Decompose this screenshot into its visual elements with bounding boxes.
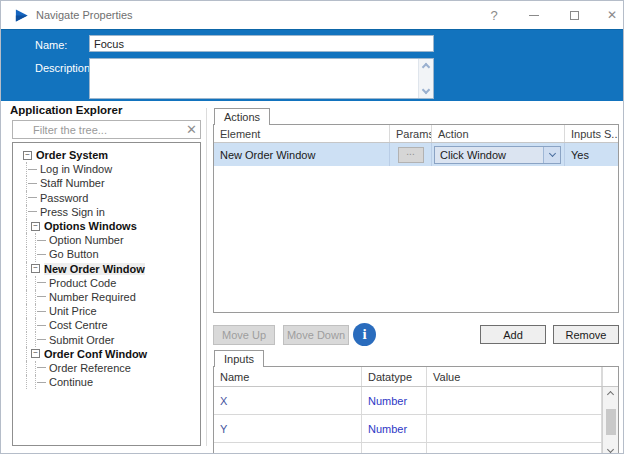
title-bar: Navigate Properties ? ✕ — [1, 1, 623, 29]
params-ellipsis-button[interactable]: ... — [398, 147, 424, 163]
scrollbar-thumb[interactable] — [606, 409, 616, 435]
action-element-cell: New Order Window — [214, 143, 390, 166]
input-name-cell: Y — [214, 415, 362, 442]
action-dropdown[interactable]: Click Window — [434, 146, 561, 164]
column-header-action: Action — [432, 125, 565, 142]
tree-connector — [37, 240, 46, 241]
panel-splitter[interactable] — [206, 108, 207, 446]
input-value-cell[interactable] — [427, 443, 602, 454]
tree-guide-line — [26, 162, 27, 176]
minimize-glyph — [529, 15, 539, 16]
tree-item[interactable]: Option Number — [13, 233, 200, 247]
tree-item[interactable]: Unit Price — [13, 304, 200, 318]
tree-guide-line — [26, 361, 27, 375]
tab-actions[interactable]: Actions — [214, 108, 270, 125]
tree-item[interactable]: −Order System — [13, 148, 200, 162]
chevron-down-icon[interactable] — [543, 147, 560, 163]
inputs-scrollbar[interactable] — [602, 387, 618, 454]
tab-inputs[interactable]: Inputs — [214, 350, 264, 367]
actions-table-header: Element Params Action Inputs S... — [214, 125, 618, 143]
tree-connector — [28, 183, 37, 184]
tree-item-label: Log in Window — [40, 163, 112, 175]
input-value-cell[interactable] — [427, 415, 602, 442]
tree-item-label: Cost Centre — [49, 319, 108, 331]
application-explorer-tree: −Order SystemLog in WindowStaff NumberPa… — [12, 142, 201, 446]
scroll-up-icon[interactable] — [422, 63, 430, 71]
scroll-up-icon[interactable] — [607, 391, 614, 398]
actions-table-row[interactable]: New Order Window...Click WindowYes — [214, 143, 618, 166]
tree-guide-line — [26, 262, 27, 276]
tree-item[interactable]: Password — [13, 191, 200, 205]
tree-item-label: Order System — [36, 149, 108, 161]
close-icon[interactable]: ✕ — [597, 5, 624, 25]
tree-connector — [37, 325, 46, 326]
tree-item-label: Continue — [49, 376, 93, 388]
tree-item[interactable]: Order Reference — [13, 361, 200, 375]
tree-guide-line — [35, 247, 36, 261]
description-scrollbar[interactable] — [418, 59, 433, 98]
tree-item-label: Number Required — [49, 291, 136, 303]
tree-item[interactable]: Cost Centre — [13, 318, 200, 332]
maximize-icon[interactable] — [559, 5, 589, 25]
inputs-set-cell: Yes — [565, 143, 618, 166]
tree-item[interactable]: −Options Windows — [13, 219, 200, 233]
tree-guide-line — [26, 191, 27, 205]
tree-guide-line — [26, 304, 27, 318]
remove-button[interactable]: Remove — [553, 325, 619, 344]
tree-guide-line — [26, 233, 27, 247]
tree-item-label: Order Reference — [49, 362, 131, 374]
info-icon[interactable]: i — [353, 323, 376, 346]
tree-item[interactable]: −Order Conf Window — [13, 347, 200, 361]
action-dropdown-value: Click Window — [435, 149, 506, 161]
collapse-icon[interactable]: − — [31, 222, 40, 231]
tree-filter-input[interactable] — [13, 121, 181, 138]
inputs-table-row[interactable]: Mouse ButtonText — [214, 443, 618, 454]
tree-guide-line — [26, 205, 27, 219]
tree-item[interactable]: Submit Order — [13, 332, 200, 346]
tree-item[interactable]: Product Code — [13, 276, 200, 290]
tree-guide-line — [35, 318, 36, 332]
tree-item[interactable]: −New Order Window — [13, 262, 200, 276]
inputs-table-row[interactable]: XNumber — [214, 387, 618, 415]
tree-connector — [37, 382, 46, 383]
inputs-table-row[interactable]: YNumber — [214, 415, 618, 443]
tree-item[interactable]: Log in Window — [13, 162, 200, 176]
tree-item-label: New Order Window — [44, 263, 145, 275]
tree-item[interactable]: Number Required — [13, 290, 200, 304]
tree-item[interactable]: Go Button — [13, 247, 200, 261]
description-textarea[interactable] — [89, 58, 434, 99]
input-datatype-cell: Number — [362, 415, 427, 442]
tree-guide-line — [26, 318, 27, 332]
move-down-button[interactable]: Move Down — [283, 325, 349, 345]
collapse-icon[interactable]: − — [31, 264, 40, 273]
tree-item[interactable]: Staff Number — [13, 176, 200, 190]
tree-guide-line — [26, 290, 27, 304]
input-value-cell[interactable] — [427, 387, 602, 414]
help-icon[interactable]: ? — [479, 5, 509, 25]
scroll-down-icon[interactable] — [607, 446, 614, 453]
tree-guide-line — [26, 219, 27, 233]
collapse-icon[interactable]: − — [31, 349, 40, 358]
minimize-icon[interactable] — [519, 5, 549, 25]
tree-connector — [37, 296, 46, 297]
tree-guide-line — [26, 176, 27, 190]
tree-item[interactable]: Continue — [13, 375, 200, 389]
action-params-cell: ... — [390, 143, 432, 166]
column-header-inputs-set: Inputs S... — [565, 125, 618, 142]
column-header-value: Value — [427, 367, 602, 386]
scroll-down-icon[interactable] — [422, 86, 430, 94]
tree-item-label: Go Button — [49, 248, 99, 260]
add-button[interactable]: Add — [480, 325, 546, 344]
clear-filter-icon[interactable]: ✕ — [186, 122, 197, 137]
tree-item[interactable]: Press Sign in — [13, 205, 200, 219]
column-header-params: Params — [390, 125, 432, 142]
tree-item-label: Order Conf Window — [44, 348, 147, 360]
properties-header-panel: Name: Description: — [1, 29, 623, 101]
input-datatype-cell: Text — [362, 443, 427, 454]
tree-guide-line — [35, 304, 36, 318]
tree-guide-line — [26, 375, 27, 389]
tree-filter-box: ✕ — [12, 120, 201, 139]
name-input[interactable] — [89, 35, 434, 52]
collapse-icon[interactable]: − — [23, 151, 32, 160]
move-up-button[interactable]: Move Up — [213, 325, 275, 345]
